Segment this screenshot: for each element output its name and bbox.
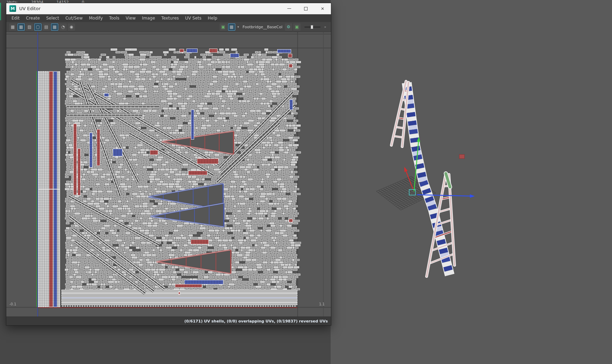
texture-display-icon[interactable]: ▩ [17, 23, 25, 31]
image-dim-slider[interactable] [304, 27, 320, 28]
texture-settings-icon[interactable]: ⚙ [285, 23, 292, 31]
maximize-button[interactable] [297, 3, 314, 14]
3d-viewport[interactable] [331, 0, 612, 364]
checker-map-icon[interactable]: ▦ [228, 23, 235, 31]
uv-coord-label-right: 1.1 [319, 302, 325, 306]
uv-edge-display-icon[interactable]: ▤ [43, 23, 50, 31]
maya-app-icon: M [9, 5, 16, 12]
isolate-select-icon[interactable]: ◉ [68, 23, 75, 31]
image-display-icon[interactable]: ▣ [293, 23, 301, 31]
texture-dim-icon[interactable]: ▨ [26, 23, 33, 31]
uv-coord-label-left: -0.1 [9, 302, 16, 306]
toolbar-texture-controls: ▣▦▾Footbridge__BaseCol⚙▣» [220, 23, 328, 31]
window-controls: ✕ [281, 3, 331, 14]
texture-name-label[interactable]: Footbridge__BaseCol [243, 25, 282, 29]
menu-edit[interactable]: Edit [8, 14, 23, 22]
uv-status-bar: (0/6171) UV shells, (0/0) overlapping UV… [6, 317, 331, 325]
menu-textures[interactable]: Textures [158, 14, 182, 22]
checkered-display-icon[interactable]: ▦ [51, 23, 58, 31]
menu-help[interactable]: Help [205, 14, 220, 22]
uv-distortion-icon[interactable]: ◔ [59, 23, 67, 31]
slider-handle[interactable] [311, 25, 313, 29]
uv-border-display-icon[interactable]: ▢ [34, 23, 42, 31]
viewport-edge-highlight [0, 3, 1, 20]
uv-toolbar: ▦▩▨▢▤▦◔◉ ▣▦▾Footbridge__BaseCol⚙▣» [6, 22, 331, 32]
uv-editor-window: M UV Editor ✕ EditCreateSelectCut/SewMod… [6, 3, 331, 326]
menu-view[interactable]: View [123, 14, 139, 22]
uv-canvas-area: -0.1 1.1 [6, 32, 331, 317]
menu-bar: EditCreateSelectCut/SewModifyToolsViewIm… [6, 14, 331, 22]
minimize-icon [287, 8, 291, 9]
menu-image[interactable]: Image [139, 14, 158, 22]
uv-layout-canvas[interactable] [6, 32, 331, 317]
maximize-icon [304, 7, 308, 10]
close-button[interactable]: ✕ [314, 3, 331, 14]
menu-uv-sets[interactable]: UV Sets [182, 14, 205, 22]
window-titlebar[interactable]: M UV Editor ✕ [6, 3, 331, 14]
minimize-button[interactable] [281, 3, 297, 14]
window-title: UV Editor [19, 6, 40, 11]
uv-grid-layout-icon[interactable]: ▦ [9, 23, 16, 31]
menu-create[interactable]: Create [23, 14, 43, 22]
texture-image-icon[interactable]: ▣ [220, 23, 227, 31]
toolbar-display-icons: ▦▩▨▢▤▦◔◉ [9, 23, 76, 31]
menu-tools[interactable]: Tools [106, 14, 123, 22]
menu-modify[interactable]: Modify [86, 14, 106, 22]
dropdown-arrow-icon[interactable]: ▾ [236, 23, 240, 31]
menu-cut-sew[interactable]: Cut/Sew [62, 14, 86, 22]
menu-select[interactable]: Select [43, 14, 62, 22]
toolbar-expand-icon[interactable]: » [323, 23, 327, 31]
uv-shell-stats: (0/6171) UV shells, (0/0) overlapping UV… [184, 319, 328, 324]
